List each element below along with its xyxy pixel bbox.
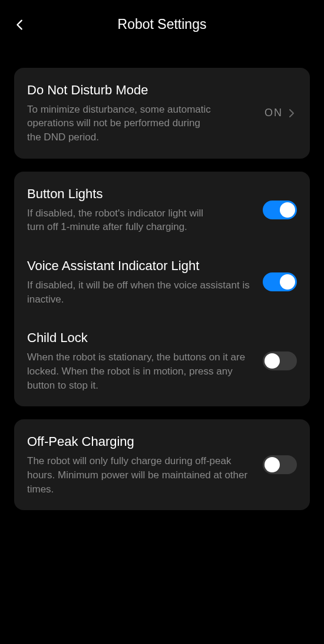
voice-assistant-text: Voice Assistant Indicator Light If disab… — [27, 258, 253, 306]
page-title: Robot Settings — [12, 17, 312, 32]
off-peak-text: Off-Peak Charging The robot will only fu… — [27, 433, 253, 496]
button-lights-title: Button Lights — [27, 186, 253, 203]
dnd-text: Do Not Disturb Mode To minimize disturba… — [27, 82, 255, 144]
dnd-row: Do Not Disturb Mode To minimize disturba… — [27, 82, 297, 144]
toggle-knob — [280, 274, 295, 290]
off-peak-card: Off-Peak Charging The robot will only fu… — [14, 419, 310, 510]
voice-assistant-desc: If disabled, it will be off when the voi… — [27, 278, 251, 307]
off-peak-title: Off-Peak Charging — [27, 433, 253, 451]
chevron-right-icon — [286, 108, 297, 119]
back-button[interactable] — [12, 17, 28, 33]
dnd-value: ON — [265, 107, 283, 119]
button-lights-desc: If disabled, the robot's indicator light… — [27, 206, 216, 235]
child-lock-row: Child Lock When the robot is stationary,… — [27, 330, 297, 392]
button-lights-row: Button Lights If disabled, the robot's i… — [27, 186, 297, 234]
header: Robot Settings — [0, 0, 324, 44]
chevron-left-icon — [14, 18, 27, 31]
voice-assistant-title: Voice Assistant Indicator Light — [27, 258, 253, 275]
voice-assistant-toggle[interactable] — [263, 272, 297, 291]
button-lights-text: Button Lights If disabled, the robot's i… — [27, 186, 253, 234]
dnd-title: Do Not Disturb Mode — [27, 82, 255, 99]
child-lock-text: Child Lock When the robot is stationary,… — [27, 330, 253, 392]
child-lock-title: Child Lock — [27, 330, 253, 347]
settings-content: Do Not Disturb Mode To minimize disturba… — [0, 44, 324, 510]
dnd-card[interactable]: Do Not Disturb Mode To minimize disturba… — [14, 68, 310, 159]
lights-card: Button Lights If disabled, the robot's i… — [14, 172, 310, 406]
toggle-knob — [265, 457, 280, 472]
child-lock-desc: When the robot is stationary, the button… — [27, 350, 251, 392]
toggle-knob — [265, 353, 280, 369]
voice-assistant-row: Voice Assistant Indicator Light If disab… — [27, 258, 297, 306]
dnd-desc: To minimize disturbance, some automatic … — [27, 103, 216, 144]
off-peak-row: Off-Peak Charging The robot will only fu… — [27, 433, 297, 496]
dnd-value-link[interactable]: ON — [265, 107, 297, 119]
off-peak-desc: The robot will only fully charge during … — [27, 454, 251, 496]
button-lights-toggle[interactable] — [263, 201, 297, 219]
off-peak-toggle[interactable] — [263, 455, 297, 474]
child-lock-toggle[interactable] — [263, 351, 297, 370]
toggle-knob — [280, 202, 295, 218]
